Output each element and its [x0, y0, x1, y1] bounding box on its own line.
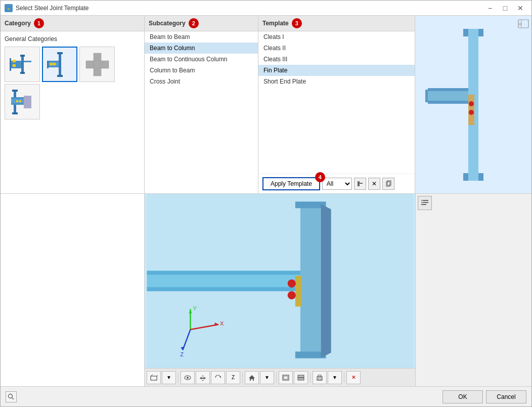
main-3d-scene: Y Z X: [145, 194, 415, 368]
svg-rect-18: [50, 63, 53, 65]
category-panel: Category 1 General Categories: [1, 16, 145, 193]
svg-rect-30: [16, 100, 18, 102]
svg-rect-25: [12, 90, 18, 92]
vt-btn-eye[interactable]: [181, 371, 195, 384]
vt-sep-2: [242, 373, 243, 383]
vt-btn-dropdown2[interactable]: ▼: [260, 371, 274, 384]
vt-sep-5: [344, 373, 344, 383]
svg-point-51: [469, 110, 474, 115]
svg-rect-8: [20, 55, 25, 57]
subcategory-item-cross-joint[interactable]: Cross Joint: [145, 76, 258, 87]
main-window: Select Steel Joint Template − □ ✕ Catego…: [0, 0, 532, 407]
subcategory-item-beam-to-beam[interactable]: Beam to Beam: [145, 31, 258, 43]
subcategory-label: Subcategory: [149, 20, 186, 27]
svg-rect-15: [47, 61, 49, 68]
properties-button[interactable]: [418, 196, 432, 210]
preview-top-panel: ⊞: [415, 16, 531, 193]
svg-marker-78: [219, 377, 221, 378]
svg-rect-32: [24, 96, 31, 108]
svg-marker-58: [147, 271, 300, 275]
vt-sep-4: [310, 373, 311, 383]
vt-sep-1: [178, 373, 179, 383]
svg-rect-72: [151, 376, 157, 380]
category-icon-3[interactable]: [79, 47, 115, 82]
main-content: Category 1 General Categories: [1, 16, 531, 386]
footer: OK Cancel: [1, 386, 531, 406]
vt-btn-home[interactable]: [245, 371, 259, 384]
svg-marker-79: [249, 375, 255, 381]
template-item-cleats-ii[interactable]: Cleats II: [258, 43, 415, 54]
template-item-short-end-plate[interactable]: Short End Plate: [258, 76, 415, 87]
svg-rect-1: [10, 6, 12, 11]
vt-btn-print[interactable]: [313, 371, 327, 384]
icon-btn-3[interactable]: [382, 178, 394, 190]
svg-rect-21: [86, 61, 109, 68]
vt-btn-move[interactable]: [196, 371, 210, 384]
svg-rect-19: [53, 63, 56, 65]
bottom-right-panel: [415, 194, 531, 386]
svg-text:X: X: [220, 320, 224, 327]
minimize-button[interactable]: −: [483, 3, 497, 14]
svg-rect-7: [21, 56, 24, 73]
icon-btn-2[interactable]: ✕: [368, 178, 380, 190]
svg-marker-77: [200, 375, 206, 381]
maximize-button[interactable]: □: [498, 3, 512, 14]
vt-btn-view1[interactable]: [147, 371, 161, 384]
subcategory-list: Beam to Beam Beam to Column Beam to Cont…: [145, 31, 258, 87]
subcategory-item-beam-to-column[interactable]: Beam to Column: [145, 43, 258, 54]
category-icon-1[interactable]: [5, 47, 40, 82]
top-panels: Category 1 General Categories: [1, 16, 531, 194]
vt-btn-dropdown3[interactable]: ▼: [328, 371, 342, 384]
svg-point-76: [187, 377, 189, 379]
close-button[interactable]: ✕: [513, 3, 527, 14]
template-item-cleats-iii[interactable]: Cleats III: [258, 54, 415, 65]
icon-btn-1[interactable]: [354, 178, 366, 190]
svg-point-92: [9, 394, 13, 398]
vt-btn-rotate[interactable]: [211, 371, 225, 384]
template-item-cleats-i[interactable]: Cleats I: [258, 31, 415, 43]
preview-top-icon[interactable]: ⊞: [517, 18, 529, 31]
filter-dropdown[interactable]: All None: [322, 178, 352, 190]
apply-template-button[interactable]: Apply Template: [262, 177, 320, 190]
subcategory-step-badge: 2: [189, 18, 199, 28]
svg-rect-60: [295, 276, 301, 307]
svg-rect-4: [10, 58, 11, 71]
app-icon: [5, 4, 13, 12]
bottom-left-panel: [1, 194, 145, 386]
subcategory-item-beam-to-continuous[interactable]: Beam to Continuous Column: [145, 54, 258, 65]
svg-rect-26: [12, 112, 18, 114]
window-title: Select Steel Joint Template: [16, 5, 483, 12]
vt-btn-dropdown1[interactable]: ▼: [162, 371, 176, 384]
template-item-fin-plate[interactable]: Fin Plate: [258, 65, 415, 76]
category-icon-2[interactable]: [42, 47, 77, 82]
vt-btn-z[interactable]: Z: [226, 371, 240, 384]
cancel-button[interactable]: Cancel: [486, 390, 526, 403]
apply-btn-wrapper: Apply Template 4: [262, 177, 320, 190]
svg-rect-12: [57, 52, 63, 54]
svg-rect-10: [24, 61, 31, 62]
template-list: Cleats I Cleats II Cleats III Fin Plate …: [258, 31, 415, 87]
category-icon-4[interactable]: [5, 84, 40, 119]
svg-rect-28: [11, 97, 24, 99]
svg-rect-31: [19, 100, 21, 102]
vt-btn-section[interactable]: [294, 371, 308, 384]
step4-badge: 4: [315, 172, 325, 182]
subcategory-body: Beam to Beam Beam to Column Beam to Cont…: [145, 31, 258, 193]
viewport-3d[interactable]: Y Z X: [145, 194, 415, 368]
svg-point-90: [422, 200, 423, 201]
svg-rect-5: [13, 60, 16, 62]
search-icon[interactable]: [6, 391, 17, 402]
template-body: Cleats I Cleats II Cleats III Fin Plate …: [258, 31, 415, 174]
vt-btn-close-x[interactable]: ✕: [346, 371, 361, 384]
general-categories-label: General Categories: [5, 35, 140, 43]
svg-rect-36: [387, 181, 391, 185]
svg-line-93: [12, 397, 14, 399]
svg-marker-47: [428, 101, 468, 104]
ok-button[interactable]: OK: [442, 390, 483, 403]
vt-btn-frame[interactable]: [279, 371, 293, 384]
subcategory-item-column-to-beam[interactable]: Column to Beam: [145, 65, 258, 76]
svg-point-91: [422, 202, 423, 204]
svg-point-61: [288, 279, 296, 288]
svg-rect-2: [8, 9, 10, 10]
svg-rect-6: [13, 64, 16, 67]
